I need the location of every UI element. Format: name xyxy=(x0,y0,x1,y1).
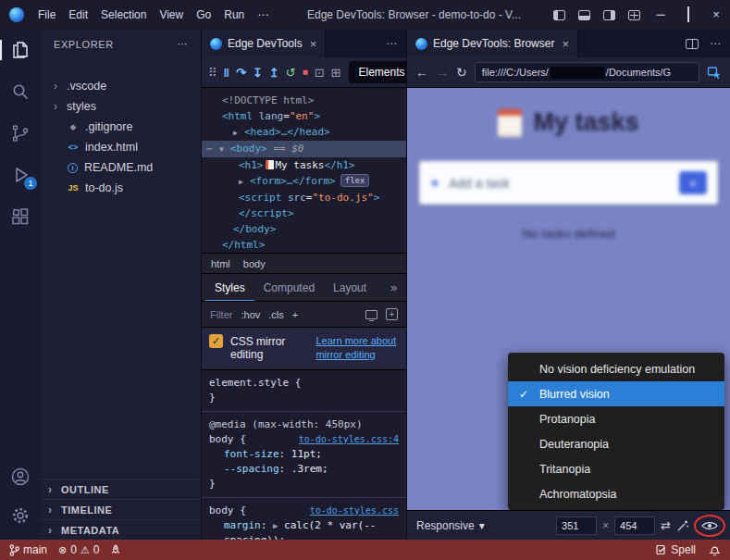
ports-item[interactable] xyxy=(110,544,121,556)
back-icon[interactable]: ← xyxy=(415,65,428,80)
tab-layout[interactable]: Layout xyxy=(324,274,376,302)
reload-icon[interactable]: ↻ xyxy=(456,65,467,80)
close-tab-icon[interactable]: × xyxy=(308,37,317,51)
toggle-panel-icon[interactable] xyxy=(578,10,590,20)
inspect-element-icon[interactable]: ⊡ xyxy=(315,67,325,79)
step-out-icon[interactable]: ↥ xyxy=(269,67,279,79)
menu-more[interactable]: ⋯ xyxy=(251,0,275,30)
mirror-editing-learn-more-link[interactable]: Learn more about mirror editing xyxy=(316,334,399,363)
section-metadata[interactable]: › METADATA xyxy=(41,519,201,540)
tree-item-vscode[interactable]: › .vscode xyxy=(41,76,201,96)
dom-node-script-close[interactable]: </script> xyxy=(202,205,406,221)
add-class-button[interactable]: + xyxy=(292,309,298,320)
dom-node-h1[interactable]: <h1>My tasks</h1> xyxy=(202,157,406,173)
tree-item-todo-js[interactable]: JS to-do.js xyxy=(41,178,201,198)
dom-node-html[interactable]: <html lang="en"> xyxy=(202,108,406,124)
explorer-more-actions-icon[interactable]: ⋯ xyxy=(177,38,188,50)
add-task-input[interactable]: + Add a task + xyxy=(419,161,718,205)
section-timeline[interactable]: › TIMELINE xyxy=(41,499,201,519)
flex-badge[interactable]: flex xyxy=(340,174,370,187)
device-emulation-icon[interactable]: ⊞ xyxy=(331,67,341,79)
source-control-icon[interactable] xyxy=(9,122,31,144)
menu-go[interactable]: Go xyxy=(190,0,217,30)
notifications-item[interactable] xyxy=(709,544,721,556)
menu-file[interactable]: File xyxy=(31,0,62,30)
problems-item[interactable]: ⊗ 0 ⚠ 0 xyxy=(58,543,99,556)
restart-icon[interactable]: ↺ xyxy=(286,67,296,79)
spell-checker-item[interactable]: Spell xyxy=(656,543,696,556)
menu-item-blurred-vision[interactable]: ✓Blurred vision xyxy=(508,381,724,406)
accounts-icon[interactable] xyxy=(9,466,31,488)
menu-item-protanopia[interactable]: Protanopia xyxy=(508,406,724,431)
node-more-icon[interactable]: ⋯ xyxy=(206,141,219,156)
step-into-icon[interactable]: ↧ xyxy=(253,67,263,79)
dom-node-doctype[interactable]: <!DOCTYPE html> xyxy=(202,93,406,108)
css-property-spacing[interactable]: --spacing: .3rem; xyxy=(209,462,399,477)
breadcrumb-html[interactable]: html xyxy=(211,258,230,269)
tree-closed-icon[interactable]: ▶ xyxy=(239,174,250,190)
close-tab-icon[interactable]: × xyxy=(560,37,569,51)
filter-input[interactable]: Filter xyxy=(210,309,232,320)
rendering-emulation-icon[interactable] xyxy=(365,310,377,319)
stop-icon[interactable]: ■ xyxy=(303,68,308,77)
minimize-button[interactable]: ─ xyxy=(647,0,674,30)
dom-node-head[interactable]: ▶<head>…</head> xyxy=(202,124,406,141)
tree-item-styles[interactable]: › styles xyxy=(41,96,201,117)
tree-open-icon[interactable]: ▼ xyxy=(219,142,230,157)
new-style-rule-icon[interactable]: + xyxy=(386,308,398,320)
menu-selection[interactable]: Selection xyxy=(94,0,153,30)
editor-more-actions-icon[interactable]: ⋯ xyxy=(386,37,397,50)
inspect-page-icon[interactable] xyxy=(707,65,722,80)
dom-node-script[interactable]: <script src="to-do.js"> xyxy=(202,190,406,205)
hover-state-button[interactable]: :hov xyxy=(241,309,260,320)
stylesheet-link[interactable]: to-do-styles.css:4 xyxy=(299,432,399,447)
menu-edit[interactable]: Edit xyxy=(62,0,94,30)
run-debug-icon[interactable]: 1 xyxy=(9,164,31,186)
step-over-icon[interactable]: ↷ xyxy=(236,67,246,79)
close-window-button[interactable]: × xyxy=(702,0,730,30)
customize-layout-icon[interactable] xyxy=(628,10,640,20)
explorer-icon[interactable] xyxy=(9,39,31,61)
maximize-button[interactable] xyxy=(674,0,702,30)
css-property-font-size[interactable]: font-size: 11pt; xyxy=(209,447,399,462)
rotate-viewport-icon[interactable]: ⇄ xyxy=(661,518,671,532)
search-icon[interactable] xyxy=(9,81,31,103)
dom-node-form[interactable]: ▶<form>…</form>flex xyxy=(202,173,406,190)
dom-node-body-selected[interactable]: ⋯▼<body> == $0 xyxy=(202,141,406,157)
git-branch-item[interactable]: main xyxy=(9,543,47,556)
toggle-secondary-sidebar-icon[interactable] xyxy=(603,10,615,20)
settings-gear-icon[interactable] xyxy=(9,504,31,527)
css-mirror-checkbox[interactable]: ✓ xyxy=(209,334,223,348)
device-mode-dropdown[interactable]: Responsive ▾ xyxy=(416,519,485,532)
url-bar[interactable]: file:///C:/Users/ /Documents/G xyxy=(475,62,699,82)
tree-item-gitignore[interactable]: ◆ .gitignore xyxy=(41,117,201,137)
toggle-sidebar-icon[interactable] xyxy=(553,10,565,20)
menu-item-deuteranopia[interactable]: Deuteranopia xyxy=(508,431,724,456)
breadcrumb-body[interactable]: body xyxy=(243,258,266,269)
menu-item-no-emulation[interactable]: No vision deficiency emulation xyxy=(508,356,724,381)
css-rule-body-2[interactable]: body { to-do-styles.css xyxy=(209,504,399,518)
tab-computed[interactable]: Computed xyxy=(254,274,324,302)
stylesheet-link[interactable]: to-do-styles.css xyxy=(310,504,399,518)
wand-emulation-icon[interactable] xyxy=(676,519,689,532)
class-toggle-button[interactable]: .cls xyxy=(268,309,284,320)
dom-node-body-close[interactable]: </body> xyxy=(202,221,406,237)
tab-styles[interactable]: Styles xyxy=(205,274,254,302)
extensions-icon[interactable] xyxy=(9,205,31,228)
menu-run[interactable]: Run xyxy=(217,0,251,30)
dom-node-html-close[interactable]: </html> xyxy=(202,237,406,253)
grip-icon[interactable]: ⠿ xyxy=(208,67,217,79)
tree-item-index-html[interactable]: <> index.html xyxy=(41,137,201,157)
tree-item-readme[interactable]: i README.md xyxy=(41,157,201,178)
section-outline[interactable]: › OUTLINE xyxy=(41,479,201,499)
css-property-margin[interactable]: margin: ▶ calc(2 * var(--spacing)); xyxy=(209,518,399,540)
more-style-tabs-icon[interactable]: » xyxy=(376,280,397,294)
viewport-width-input[interactable] xyxy=(556,516,597,535)
menu-view[interactable]: View xyxy=(153,0,190,30)
menu-item-tritanopia[interactable]: Tritanopia xyxy=(508,456,724,481)
pause-icon[interactable]: ‖ xyxy=(224,67,229,79)
menu-item-achromatopsia[interactable]: Achromatopsia xyxy=(508,481,724,506)
tab-edge-devtools[interactable]: Edge DevTools × xyxy=(202,30,326,57)
split-editor-icon[interactable] xyxy=(686,39,699,49)
element-style-rule[interactable]: element.style { xyxy=(209,376,399,391)
